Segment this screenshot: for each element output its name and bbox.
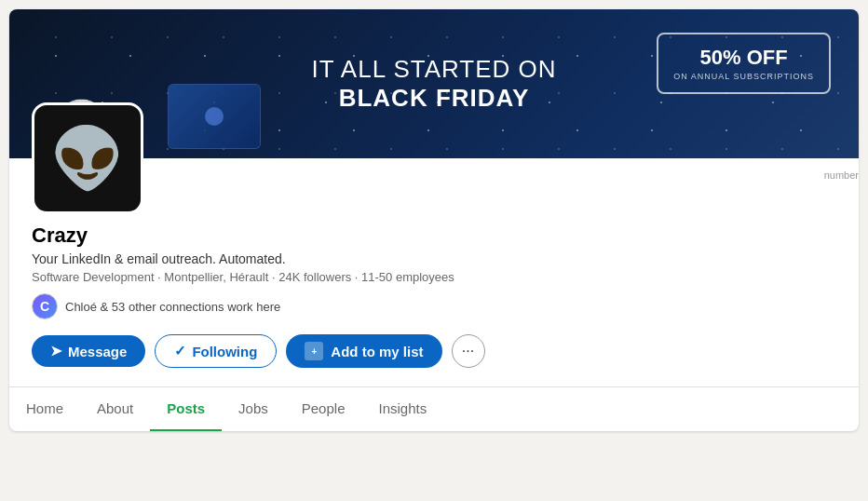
nav-tab-insights[interactable]: Insights xyxy=(361,387,443,431)
actions-row: ➤ Message ✓ Following + Add to my list ·… xyxy=(32,334,836,368)
more-options-button[interactable]: ··· xyxy=(452,334,485,368)
banner-device-decoration xyxy=(168,84,261,149)
message-button-label: Message xyxy=(68,344,127,359)
connections-row: C Chloé & 53 other connections work here xyxy=(32,293,836,319)
add-to-list-label: Add to my list xyxy=(331,344,423,359)
connections-text: Chloé & 53 other connections work here xyxy=(65,300,280,314)
send-icon: ➤ xyxy=(50,343,62,359)
following-button[interactable]: ✓ Following xyxy=(155,334,277,368)
company-tagline: Your LinkedIn & email outreach. Automate… xyxy=(32,251,836,266)
banner-offer-subtitle: ON ANNUAL SUBSCRIPTIONS xyxy=(673,72,814,81)
nav-tab-jobs[interactable]: Jobs xyxy=(222,387,285,431)
following-button-label: Following xyxy=(192,344,257,359)
nav-tabs: HomeAboutPostsJobsPeopleInsights xyxy=(9,386,859,431)
add-list-icon: + xyxy=(305,342,323,360)
nav-tab-people[interactable]: People xyxy=(285,387,362,431)
profile-info: Crazy Your LinkedIn & email outreach. Au… xyxy=(32,158,836,368)
company-logo: 👽 xyxy=(32,102,143,214)
company-name: Crazy xyxy=(32,223,836,248)
more-dots-icon: ··· xyxy=(462,343,474,359)
company-page-card: 🧑‍🚀 IT ALL STARTED ON BLACK FRIDAY 50% O… xyxy=(9,9,859,431)
message-button[interactable]: ➤ Message xyxy=(32,335,145,367)
banner-text: IT ALL STARTED ON BLACK FRIDAY xyxy=(311,55,556,113)
check-icon: ✓ xyxy=(174,343,186,359)
banner-offer-box: 50% OFF ON ANNUAL SUBSCRIPTIONS xyxy=(657,33,831,94)
number-label: number xyxy=(824,169,859,181)
alien-logo-icon: 👽 xyxy=(50,129,125,188)
company-meta: Software Development · Montpellier, Héra… xyxy=(32,270,836,284)
add-to-list-button[interactable]: + Add to my list xyxy=(286,334,441,368)
connection-avatar: C xyxy=(32,293,58,319)
banner-line2: BLACK FRIDAY xyxy=(311,84,556,113)
profile-section: 👽 number Crazy Your LinkedIn & email out… xyxy=(9,158,859,368)
company-logo-wrapper: 👽 xyxy=(32,102,143,214)
nav-tab-about[interactable]: About xyxy=(80,387,150,431)
banner-line1: IT ALL STARTED ON xyxy=(311,55,556,84)
nav-tab-home[interactable]: Home xyxy=(9,387,80,431)
banner-offer-percent: 50% OFF xyxy=(673,46,814,70)
nav-tab-posts[interactable]: Posts xyxy=(150,387,222,431)
